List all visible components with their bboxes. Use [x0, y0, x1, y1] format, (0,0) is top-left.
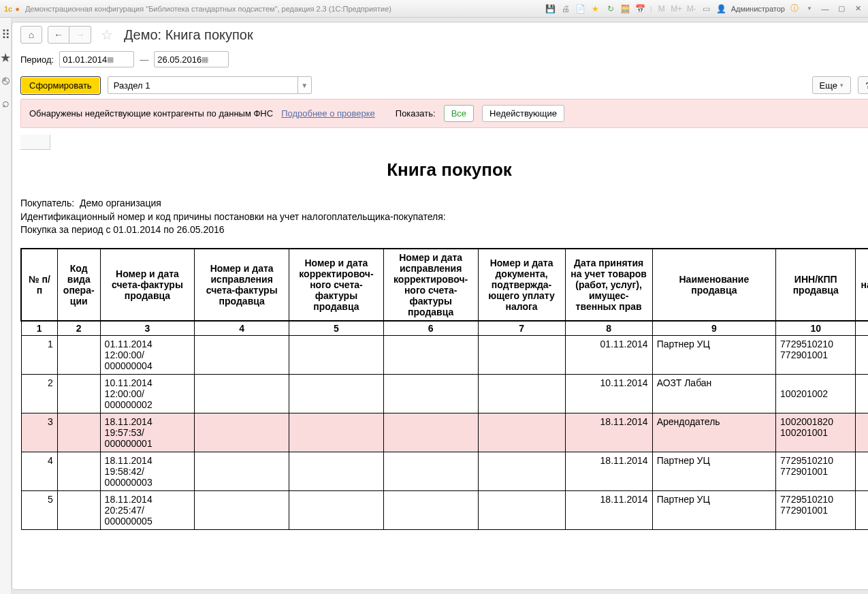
- section-value: Раздел 1: [108, 80, 298, 91]
- col-num: № п/п: [21, 249, 57, 321]
- calendar-icon[interactable]: 📅: [635, 3, 646, 14]
- col-invoice: Номер и дата счета-фактуры продавца: [100, 249, 195, 321]
- user-icon: 👤: [716, 3, 727, 14]
- alert-text: Обнаружены недействующие контрагенты по …: [29, 108, 273, 119]
- dropdown-icon[interactable]: ▼: [804, 3, 815, 14]
- period-to-value: 26.05.2016: [157, 54, 202, 65]
- show-label: Показать:: [396, 108, 436, 119]
- minimize-button[interactable]: —: [819, 5, 831, 13]
- period-label: Период:: [20, 54, 54, 65]
- period-from-value: 01.01.2014: [63, 54, 107, 65]
- report-area[interactable]: Книга покупок Покупатель: Демо организац…: [20, 135, 868, 581]
- chevron-down-icon: ▾: [840, 82, 843, 89]
- table-row[interactable]: 418.11.2014 19:58:42/​00000000318.11.201…: [21, 452, 868, 490]
- period-dash: —: [140, 54, 148, 65]
- star-icon[interactable]: ★: [590, 3, 601, 14]
- filter-all-button[interactable]: Все: [444, 105, 474, 122]
- col-paydoc: Номер и дата документа, подтвержда-ющего…: [478, 249, 565, 321]
- mminus-button[interactable]: M-: [686, 3, 697, 14]
- col-opcode: Код вида опера-ции: [57, 249, 100, 321]
- col-correction: Номер и дата исправления счета-фактуры п…: [195, 249, 289, 321]
- col-extra: на: [856, 249, 868, 321]
- table-row[interactable]: 318.11.2014 19:57:53/​00000000118.11.201…: [21, 413, 868, 452]
- chevron-down-icon[interactable]: ▼: [298, 77, 311, 93]
- close-tab-button[interactable]: ×: [864, 29, 868, 41]
- purchases-table: № п/п Код вида опера-ции Номер и дата сч…: [20, 248, 868, 530]
- save-icon[interactable]: 💾: [545, 3, 556, 14]
- app-icon-circle: ●: [15, 5, 20, 13]
- generate-button[interactable]: Сформировать: [20, 76, 101, 95]
- section-select[interactable]: Раздел 1 ▼: [108, 76, 312, 94]
- table-row[interactable]: 210.11.2014 12:00:00/​00000000210.11.201…: [21, 374, 868, 413]
- separator: |: [650, 5, 652, 13]
- grid-corner: [20, 135, 50, 150]
- m-button[interactable]: M: [656, 3, 667, 14]
- col-inn: ИНН/КПП продавца: [776, 249, 856, 321]
- period-to-input[interactable]: 26.05.2016 ▦: [154, 51, 229, 67]
- check-icon[interactable]: ↻: [605, 3, 616, 14]
- print-icon[interactable]: 🖨: [560, 3, 571, 14]
- favorite-toggle[interactable]: ☆: [101, 27, 113, 43]
- table-row[interactable]: 518.11.2014 20:25:47/​00000000518.11.201…: [21, 490, 868, 529]
- calendar-from-icon[interactable]: ▦: [107, 55, 131, 64]
- more-button[interactable]: Еще ▾: [812, 76, 851, 94]
- close-window-button[interactable]: ✕: [852, 4, 864, 13]
- col-corrective: Номер и дата корректировоч-ного счета-фа…: [289, 249, 384, 321]
- page-title: Демо: Книга покупок: [124, 27, 253, 43]
- report-title: Книга покупок: [20, 159, 868, 181]
- report-meta: Покупатель: Демо организация Идентификац…: [20, 197, 868, 237]
- search-icon[interactable]: ⌕: [2, 96, 10, 110]
- help-button[interactable]: ?: [858, 76, 868, 94]
- alert-link[interactable]: Подробнее о проверке: [281, 108, 375, 119]
- window-icon[interactable]: ▭: [701, 3, 712, 14]
- forward-button[interactable]: →: [69, 26, 91, 44]
- window-title: Демонстрационная конфигурация "Библиотек…: [25, 5, 545, 13]
- user-name: Администратор: [731, 5, 785, 13]
- filter-invalid-button[interactable]: Недействующие: [482, 105, 564, 122]
- period-from-input[interactable]: 01.01.2014 ▦: [59, 51, 134, 67]
- home-button[interactable]: ⌂: [20, 26, 42, 44]
- app-icon-1c: 1c: [4, 5, 12, 13]
- col-accept-date: Дата принятия на учет товаров (работ, ус…: [565, 249, 652, 321]
- mplus-button[interactable]: M+: [671, 3, 682, 14]
- back-button[interactable]: ←: [48, 26, 69, 44]
- more-label: Еще: [820, 80, 837, 91]
- calendar-to-icon[interactable]: ▦: [202, 55, 225, 64]
- history-icon[interactable]: ⎋: [2, 74, 10, 88]
- col-corr-fix: Номер и дата исправления корректировоч-н…: [383, 249, 478, 321]
- apps-icon[interactable]: ⠿: [1, 27, 10, 42]
- table-row[interactable]: 101.11.2014 12:00:00/​00000000401.11.201…: [21, 335, 868, 374]
- doc-icon[interactable]: 📄: [575, 3, 586, 14]
- calc-icon[interactable]: 🧮: [620, 3, 631, 14]
- alert-bar: Обнаружены недействующие контрагенты по …: [20, 99, 868, 128]
- maximize-button[interactable]: ▢: [835, 4, 848, 13]
- col-seller: Наименование продавца: [652, 249, 775, 321]
- favorites-icon[interactable]: ★: [0, 50, 11, 65]
- info-icon[interactable]: ⓘ: [789, 3, 800, 14]
